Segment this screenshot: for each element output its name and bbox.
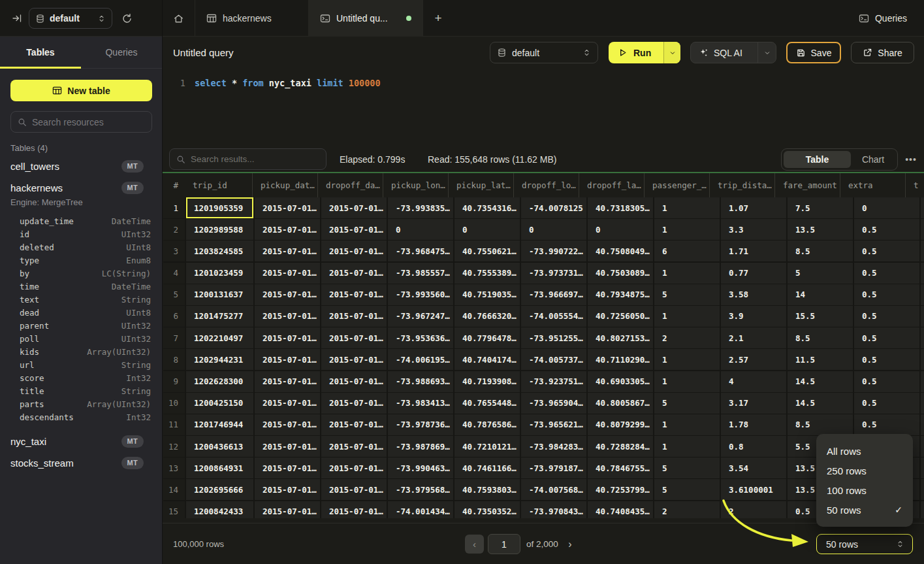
schema-column[interactable]: timeDateTime [20,280,151,293]
table-cell[interactable]: 0.5 [854,393,919,414]
collapse-sidebar-button[interactable] [5,7,29,30]
column-header[interactable]: trip_dista… [709,173,774,197]
table-cell[interactable]: 40.8005867… [588,393,653,414]
table-cell[interactable]: 40.7210121… [454,436,520,457]
table-cell[interactable]: 3.54 [721,457,786,478]
table-cell[interactable]: -73.987869… [388,436,453,457]
table-cell[interactable]: 0.5 [854,414,919,435]
table-cell[interactable]: 40.7354316… [454,197,520,218]
table-cell[interactable]: 2015-07-01… [321,479,387,500]
table-cell[interactable]: 40.8027153… [588,327,653,348]
table-cell[interactable]: 0 [388,219,453,240]
table-cell[interactable]: -73.984283… [521,436,586,457]
table-cell[interactable]: 4 [721,371,786,392]
next-page-button[interactable]: › [562,535,578,554]
table-cell[interactable]: 3.6100001 [721,479,786,500]
table-cell[interactable]: 0 [854,197,919,218]
table-cell[interactable]: 1202695666 [186,479,253,500]
toggle-chart-view[interactable]: Chart [851,154,895,165]
table-cell[interactable]: 2015-07-01… [255,501,320,518]
table-cell[interactable]: 5 [788,263,853,284]
table-cell[interactable]: 40.7404174… [454,349,520,370]
table-cell[interactable]: 40.7503089… [588,263,653,284]
table-cell[interactable]: -73.979187… [521,457,586,478]
table-cell[interactable]: 1 [654,197,720,218]
table-cell[interactable]: 2015-07-01… [255,349,320,370]
table-cell[interactable]: 3.17 [721,393,786,414]
table-cell[interactable]: 8.5 [788,327,853,348]
sidebar-item-hackernews[interactable]: hackernews MT [10,180,151,195]
table-cell[interactable]: -73.993560… [388,284,453,305]
refresh-button[interactable] [116,8,137,29]
schema-column[interactable]: byLC(String) [20,267,151,280]
page-size-option[interactable]: 50 rows✓ [816,500,913,520]
results-search-input[interactable] [191,154,319,164]
table-cell[interactable]: -73.965621… [521,414,586,435]
table-cell[interactable]: 40.7876586… [454,414,520,435]
table-cell[interactable]: 2015-07-01… [255,414,320,435]
sidebar-item-stocks-stream[interactable]: stocks_stream MT [10,455,151,471]
page-size-select[interactable]: 50 rows [816,534,913,554]
table-cell[interactable] [921,457,924,478]
table-cell[interactable]: 2015-07-01… [321,263,387,284]
table-cell[interactable]: 2015-07-01… [255,327,320,348]
table-cell[interactable]: 1 [921,414,924,435]
table-cell[interactable]: -73.967247… [388,306,453,327]
sql-editor[interactable]: 1 select * from nyc_taxi limit 100000 [163,69,924,147]
schema-column[interactable]: pollUInt32 [20,332,151,345]
table-cell[interactable]: 0.5 [854,327,919,348]
table-cell[interactable]: 40.7318305… [588,197,653,218]
table-cell[interactable]: 2015-07-01… [321,393,387,414]
table-cell[interactable]: 1200436613 [186,436,253,457]
table-cell[interactable]: 0.5 [854,371,919,392]
table-cell[interactable]: 3 [921,371,924,392]
table-cell[interactable]: 1201746944 [186,414,253,435]
table-cell[interactable]: 40.7253799… [588,479,653,500]
table-cell[interactable]: 2015-07-01… [255,457,320,478]
table-cell[interactable]: 0.5 [854,263,919,284]
table-cell[interactable]: 0.5 [854,219,919,240]
table-cell[interactable]: -73.966697… [521,284,586,305]
table-cell[interactable]: -73.983413… [388,393,453,414]
schema-column[interactable]: scoreInt32 [20,371,151,384]
table-cell[interactable]: 1 [654,349,720,370]
table-cell[interactable]: 2015-07-01… [255,219,320,240]
table-cell[interactable]: 2015-07-01… [321,306,387,327]
table-cell[interactable]: 2015-07-01… [321,457,387,478]
sidebar-tab-queries[interactable]: Queries [81,37,162,68]
table-cell[interactable]: 2015-07-01… [321,414,387,435]
table-cell[interactable]: 1200131637 [186,284,253,305]
table-cell[interactable]: 1 [654,263,720,284]
column-header[interactable]: pickup_dat… [252,173,317,197]
table-cell[interactable]: 1202989588 [186,219,253,240]
tab-home[interactable] [163,0,195,37]
table-cell[interactable]: 8.5 [788,414,853,435]
table-cell[interactable]: 2015-07-01… [255,241,320,261]
table-cell[interactable]: 1201475277 [186,306,253,327]
sidebar-search-input[interactable] [32,117,150,127]
table-cell[interactable]: 1200425150 [186,393,253,414]
table-cell[interactable]: -73.965904… [521,393,586,414]
schema-column[interactable]: update_timeDateTime [20,214,151,227]
table-cell[interactable]: 40.7193908… [454,371,520,392]
table-cell[interactable]: 2015-07-01… [321,371,387,392]
table-cell[interactable]: 0 [921,263,924,284]
table-cell[interactable]: 40.7256050… [588,306,653,327]
table-cell[interactable]: 0.5 [854,241,919,261]
table-cell[interactable]: 1 [654,371,720,392]
sql-ai-options-button[interactable] [757,42,776,63]
table-cell[interactable]: -73.988693… [388,371,453,392]
sql-ai-button[interactable]: SQL AI [690,42,776,63]
table-cell[interactable]: 40.7110290… [588,349,653,370]
table-cell[interactable]: -74.005737… [521,349,586,370]
table-cell[interactable]: 40.7550621… [454,241,520,261]
table-cell[interactable]: 2015-07-01… [255,284,320,305]
run-button[interactable]: Run [609,42,680,63]
table-cell[interactable]: 1 [921,197,924,218]
table-cell[interactable]: -74.0078125 [521,197,586,218]
tab-hackernews[interactable]: hackernews [195,0,309,37]
table-cell[interactable]: 0.5 [854,284,919,305]
page-size-option[interactable]: 250 rows [816,461,913,480]
toggle-table-view[interactable]: Table [784,151,851,168]
table-cell[interactable]: 0.8 [721,436,786,457]
